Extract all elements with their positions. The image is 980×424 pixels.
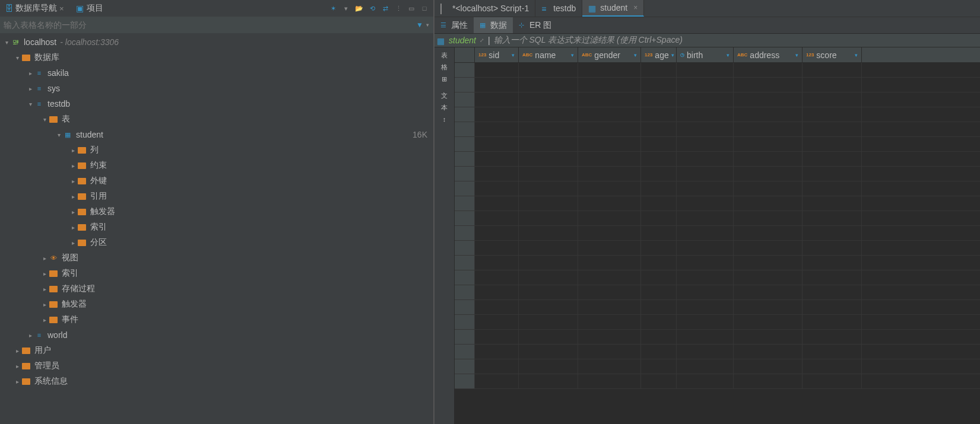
cell[interactable] — [677, 122, 734, 136]
tab-projects[interactable]: ▣ 项目 — [71, 0, 108, 17]
column-header-address[interactable]: ABCaddress▾ — [734, 47, 803, 62]
cell[interactable] — [475, 167, 519, 181]
cell[interactable] — [475, 93, 519, 107]
cell[interactable] — [578, 226, 641, 240]
cell[interactable] — [677, 359, 734, 374]
cell[interactable] — [734, 122, 803, 136]
cell[interactable] — [475, 285, 519, 299]
cell[interactable] — [578, 285, 641, 299]
cell[interactable] — [734, 226, 803, 240]
table-row[interactable] — [455, 63, 980, 78]
cell[interactable] — [475, 315, 519, 329]
cell[interactable] — [803, 63, 862, 77]
expand-icon[interactable] — [69, 240, 77, 246]
column-header-birth[interactable]: ◷birth▾ — [677, 47, 734, 62]
cell[interactable] — [677, 211, 734, 225]
cell[interactable] — [734, 330, 803, 344]
cell[interactable] — [803, 167, 862, 181]
close-icon[interactable]: × — [633, 4, 638, 12]
refresh-icon[interactable]: ⟲ — [367, 3, 378, 14]
table-row[interactable] — [455, 122, 980, 137]
table-row[interactable] — [455, 226, 980, 241]
expand-icon[interactable] — [26, 85, 34, 92]
cell[interactable] — [734, 374, 803, 388]
column-menu-icon[interactable]: ▾ — [671, 52, 674, 58]
tree-folder[interactable]: 触发器 — [0, 297, 433, 312]
cell[interactable] — [578, 181, 641, 196]
cell[interactable] — [578, 107, 641, 122]
cell[interactable] — [641, 78, 677, 92]
tree-table-child[interactable]: 索引 — [0, 219, 433, 235]
cell[interactable] — [578, 256, 641, 270]
cell[interactable] — [519, 93, 578, 107]
expand-icon[interactable] — [26, 101, 34, 107]
cell[interactable] — [475, 152, 519, 166]
column-header-gender[interactable]: ABCgender▾ — [578, 47, 641, 62]
cell[interactable] — [677, 285, 734, 299]
tree-table-student[interactable]: ▦ student 16K — [0, 127, 433, 142]
editor-tab-testdb[interactable]: ≡ testdb — [535, 0, 582, 17]
cell[interactable] — [578, 93, 641, 107]
table-row[interactable] — [455, 152, 980, 167]
funnel-icon[interactable]: ▼ — [413, 18, 426, 31]
cell[interactable] — [734, 241, 803, 255]
expand-icon[interactable] — [69, 147, 77, 154]
cell[interactable] — [475, 78, 519, 92]
cell[interactable] — [475, 300, 519, 314]
cell[interactable] — [734, 78, 803, 92]
cell[interactable] — [519, 359, 578, 374]
cell[interactable] — [677, 226, 734, 240]
table-row[interactable] — [455, 137, 980, 152]
cell[interactable] — [578, 270, 641, 285]
cell[interactable] — [519, 196, 578, 211]
cell[interactable] — [519, 285, 578, 299]
expand-icon[interactable] — [40, 270, 49, 277]
cell[interactable] — [677, 63, 734, 77]
gutter-cells-icon[interactable]: ⊞ — [439, 74, 450, 84]
close-icon[interactable]: × — [59, 4, 64, 13]
cell[interactable] — [677, 256, 734, 270]
cell[interactable] — [803, 256, 862, 270]
column-menu-icon[interactable]: ▾ — [571, 52, 574, 58]
cell[interactable] — [519, 167, 578, 181]
cell[interactable] — [677, 196, 734, 211]
table-row[interactable] — [455, 256, 980, 270]
cell[interactable] — [475, 226, 519, 240]
cell[interactable] — [677, 374, 734, 388]
table-name-filter-input[interactable] — [0, 20, 413, 30]
tree-table-child[interactable]: 触发器 — [0, 204, 433, 219]
expand-icon[interactable] — [69, 178, 77, 184]
cell[interactable] — [578, 330, 641, 344]
expand-icon[interactable] — [40, 317, 49, 323]
cell[interactable] — [475, 181, 519, 196]
cell[interactable] — [734, 300, 803, 314]
cell[interactable] — [803, 300, 862, 314]
cell[interactable] — [475, 122, 519, 136]
cell[interactable] — [475, 270, 519, 285]
cell[interactable] — [734, 211, 803, 225]
gutter-text-icon[interactable]: 文 — [439, 90, 450, 101]
tree-schema-world[interactable]: ≡ world — [0, 327, 433, 343]
cell[interactable] — [677, 241, 734, 255]
cell[interactable] — [578, 78, 641, 92]
cell[interactable] — [519, 345, 578, 359]
cell[interactable] — [519, 374, 578, 388]
cell[interactable] — [519, 226, 578, 240]
cell[interactable] — [734, 196, 803, 211]
tree-top-folder[interactable]: 系统信息 — [0, 374, 433, 389]
cell[interactable] — [475, 137, 519, 151]
cell[interactable] — [803, 107, 862, 122]
cell[interactable] — [734, 107, 803, 122]
sub-tab-er[interactable]: ⊹ ER 图 — [513, 17, 557, 33]
expand-icon[interactable] — [13, 378, 21, 385]
tree-host[interactable]: 🖳 localhost - localhost:3306 — [0, 34, 433, 50]
open-folder-icon[interactable]: 📂 — [354, 3, 364, 14]
cell[interactable] — [578, 241, 641, 255]
sql-filter-hint[interactable]: 输入一个 SQL 表达式来过滤结果 (使用 Ctrl+Space) — [494, 35, 683, 46]
cell[interactable] — [641, 345, 677, 359]
wizard-icon[interactable]: ✶ — [328, 3, 338, 14]
cell[interactable] — [475, 63, 519, 77]
cell[interactable] — [641, 152, 677, 166]
cell[interactable] — [519, 270, 578, 285]
cell[interactable] — [641, 137, 677, 151]
